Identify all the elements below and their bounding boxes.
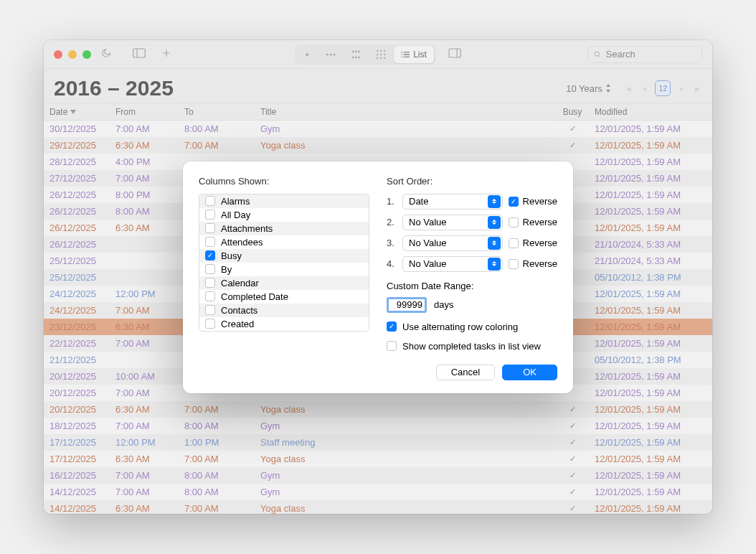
sort-index: 4.	[387, 258, 397, 269]
sort-value: Date	[409, 196, 428, 207]
column-option-label: By	[221, 264, 232, 275]
column-checkbox[interactable]	[205, 196, 215, 206]
column-option[interactable]: Created	[199, 317, 369, 331]
alt-rows-label: Use alternating row coloring	[402, 321, 518, 332]
sort-select[interactable]: Date	[402, 194, 503, 210]
reverse-checkbox[interactable]	[509, 238, 519, 248]
column-option-label: Attachments	[221, 223, 273, 234]
sort-row: 3.No ValueReverse	[387, 235, 557, 251]
column-option[interactable]: Completed Date	[199, 290, 369, 304]
column-option[interactable]: By	[199, 263, 369, 276]
sort-row: 2.No ValueReverse	[387, 215, 557, 230]
reverse-label: Reverse	[523, 258, 557, 269]
column-option-label: Completed Date	[221, 291, 288, 302]
column-option-label: Alarms	[221, 196, 250, 207]
chevron-updown-icon	[488, 195, 501, 208]
chevron-updown-icon	[488, 258, 501, 271]
list-options-dialog: Columns Shown: AlarmsAll DayAttachmentsA…	[183, 161, 573, 393]
alt-rows-checkbox[interactable]	[387, 321, 397, 332]
column-option[interactable]: All Day	[199, 208, 369, 222]
column-checkbox[interactable]	[205, 319, 215, 329]
reverse-label: Reverse	[523, 196, 557, 207]
sort-order-label: Sort Order:	[387, 176, 557, 187]
reverse-label: Reverse	[523, 238, 557, 248]
column-checkbox[interactable]	[205, 291, 215, 301]
columns-shown-label: Columns Shown:	[199, 176, 369, 187]
chevron-updown-icon	[488, 237, 501, 250]
column-checkbox[interactable]	[205, 278, 215, 288]
custom-range-label: Custom Date Range:	[387, 281, 557, 291]
column-option-label: Attendees	[221, 237, 263, 248]
column-option-label: Busy	[221, 250, 242, 261]
days-label: days	[434, 299, 453, 310]
sort-value: No Value	[409, 217, 447, 227]
column-option[interactable]: Alarms	[199, 194, 369, 208]
column-option-label: All Day	[221, 210, 250, 220]
column-option[interactable]: Busy	[199, 249, 369, 263]
column-checkbox[interactable]	[205, 250, 215, 260]
sort-index: 2.	[387, 217, 397, 227]
sort-index: 1.	[387, 196, 397, 207]
sort-index: 3.	[387, 238, 397, 248]
columns-listbox[interactable]: AlarmsAll DayAttachmentsAttendeesBusyByC…	[199, 194, 369, 332]
reverse-checkbox[interactable]	[509, 197, 519, 207]
sort-rows: 1.DateReverse2.No ValueReverse3.No Value…	[387, 194, 557, 272]
column-option[interactable]: Calendar	[199, 276, 369, 290]
column-option-label: Created	[221, 319, 254, 329]
sort-select[interactable]: No Value	[402, 256, 503, 272]
sort-select[interactable]: No Value	[402, 215, 503, 230]
column-option-label: Calendar	[221, 278, 259, 288]
sort-value: No Value	[409, 238, 447, 248]
column-checkbox[interactable]	[205, 305, 215, 315]
column-option[interactable]: Attendees	[199, 235, 369, 249]
column-option-label: Contacts	[221, 305, 257, 316]
column-option[interactable]: Contacts	[199, 304, 369, 317]
reverse-checkbox[interactable]	[509, 259, 519, 269]
column-checkbox[interactable]	[205, 223, 215, 233]
cancel-button[interactable]: Cancel	[436, 365, 495, 380]
ok-button[interactable]: OK	[502, 365, 557, 380]
days-input[interactable]	[387, 297, 427, 313]
column-checkbox[interactable]	[205, 264, 215, 274]
sort-value: No Value	[409, 258, 447, 269]
sort-row: 4.No ValueReverse	[387, 256, 557, 272]
show-completed-checkbox[interactable]	[387, 341, 397, 351]
app-window: List 2016 – 2025 10 Years « ‹ 12 › » D	[44, 40, 712, 514]
column-option[interactable]: Attachments	[199, 222, 369, 235]
reverse-label: Reverse	[523, 217, 557, 227]
reverse-checkbox[interactable]	[509, 217, 519, 227]
column-checkbox[interactable]	[205, 210, 215, 220]
modal-overlay: Columns Shown: AlarmsAll DayAttachmentsA…	[44, 40, 712, 514]
column-checkbox[interactable]	[205, 237, 215, 247]
chevron-updown-icon	[488, 216, 501, 229]
sort-row: 1.DateReverse	[387, 194, 557, 210]
sort-select[interactable]: No Value	[402, 235, 503, 251]
show-completed-label: Show completed tasks in list view	[402, 341, 541, 352]
